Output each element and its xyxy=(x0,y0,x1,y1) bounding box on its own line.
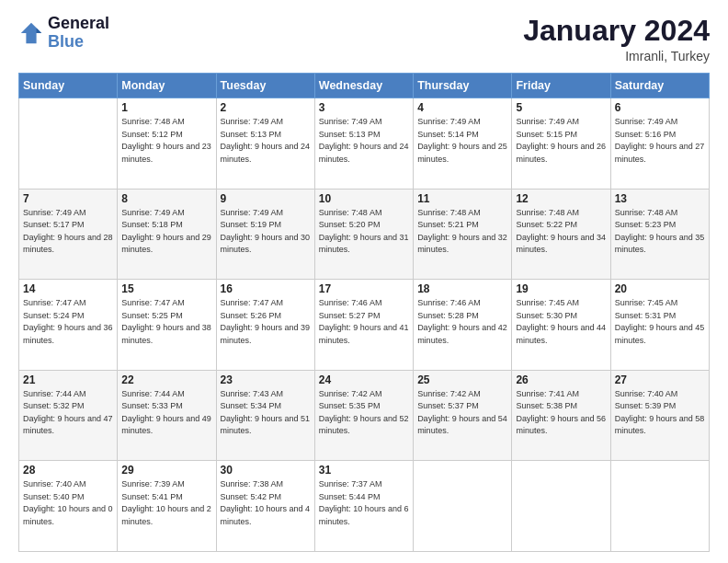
calendar-cell-w1d6: 13 Sunrise: 7:48 AMSunset: 5:23 PMDaylig… xyxy=(610,189,709,280)
header-wednesday: Wednesday xyxy=(314,74,413,98)
day-info: Sunrise: 7:47 AMSunset: 5:24 PMDaylight:… xyxy=(23,297,113,347)
calendar-cell-w1d5: 12 Sunrise: 7:48 AMSunset: 5:22 PMDaylig… xyxy=(512,189,610,280)
day-info: Sunrise: 7:46 AMSunset: 5:28 PMDaylight:… xyxy=(417,297,507,347)
day-info: Sunrise: 7:43 AMSunset: 5:34 PMDaylight:… xyxy=(221,388,311,438)
calendar-cell-w4d6 xyxy=(610,461,709,552)
day-number: 5 xyxy=(516,101,606,114)
calendar-cell-w2d1: 15 Sunrise: 7:47 AMSunset: 5:25 PMDaylig… xyxy=(118,280,216,371)
calendar-cell-w0d6: 6 Sunrise: 7:49 AMSunset: 5:16 PMDayligh… xyxy=(610,98,709,190)
day-info: Sunrise: 7:37 AMSunset: 5:44 PMDaylight:… xyxy=(319,478,409,528)
day-number: 10 xyxy=(319,192,409,205)
calendar-cell-w3d4: 25 Sunrise: 7:42 AMSunset: 5:37 PMDaylig… xyxy=(414,370,512,461)
calendar-cell-w3d6: 27 Sunrise: 7:40 AMSunset: 5:39 PMDaylig… xyxy=(610,370,709,461)
calendar-cell-w4d5 xyxy=(512,461,610,552)
calendar-cell-w3d2: 23 Sunrise: 7:43 AMSunset: 5:34 PMDaylig… xyxy=(216,370,314,461)
calendar-table: Sunday Monday Tuesday Wednesday Thursday… xyxy=(18,73,710,552)
day-number: 25 xyxy=(417,373,507,386)
week-row-3: 21 Sunrise: 7:44 AMSunset: 5:32 PMDaylig… xyxy=(19,370,710,461)
day-number: 13 xyxy=(615,192,705,205)
calendar-cell-w1d4: 11 Sunrise: 7:48 AMSunset: 5:21 PMDaylig… xyxy=(414,189,512,280)
day-info: Sunrise: 7:44 AMSunset: 5:33 PMDaylight:… xyxy=(121,388,211,438)
header-tuesday: Tuesday xyxy=(216,74,314,98)
week-row-2: 14 Sunrise: 7:47 AMSunset: 5:24 PMDaylig… xyxy=(19,280,710,371)
logo-line1: General xyxy=(48,15,109,33)
week-row-4: 28 Sunrise: 7:40 AMSunset: 5:40 PMDaylig… xyxy=(19,461,710,552)
calendar-cell-w0d1: 1 Sunrise: 7:48 AMSunset: 5:12 PMDayligh… xyxy=(118,98,216,190)
day-number: 31 xyxy=(319,464,409,477)
day-number: 26 xyxy=(516,373,606,386)
day-number: 3 xyxy=(319,101,409,114)
day-info: Sunrise: 7:49 AMSunset: 5:13 PMDaylight:… xyxy=(221,116,311,166)
day-info: Sunrise: 7:48 AMSunset: 5:20 PMDaylight:… xyxy=(319,207,409,257)
day-info: Sunrise: 7:42 AMSunset: 5:37 PMDaylight:… xyxy=(417,388,507,438)
header-friday: Friday xyxy=(512,74,610,98)
day-info: Sunrise: 7:48 AMSunset: 5:12 PMDaylight:… xyxy=(121,116,211,166)
day-info: Sunrise: 7:47 AMSunset: 5:26 PMDaylight:… xyxy=(221,297,311,347)
calendar-cell-w3d0: 21 Sunrise: 7:44 AMSunset: 5:32 PMDaylig… xyxy=(19,370,118,461)
day-number: 14 xyxy=(23,282,113,295)
day-info: Sunrise: 7:40 AMSunset: 5:40 PMDaylight:… xyxy=(23,478,113,528)
day-info: Sunrise: 7:49 AMSunset: 5:13 PMDaylight:… xyxy=(319,116,409,166)
header-saturday: Saturday xyxy=(610,74,709,98)
day-info: Sunrise: 7:41 AMSunset: 5:38 PMDaylight:… xyxy=(516,388,606,438)
day-number: 11 xyxy=(417,192,507,205)
calendar-cell-w4d3: 31 Sunrise: 7:37 AMSunset: 5:44 PMDaylig… xyxy=(314,461,413,552)
subtitle: Imranli, Turkey xyxy=(523,49,710,63)
day-number: 30 xyxy=(221,464,311,477)
calendar-cell-w0d0 xyxy=(19,98,118,190)
day-number: 7 xyxy=(23,192,113,205)
month-title: January 2024 xyxy=(523,15,710,47)
header: General Blue January 2024 Imranli, Turke… xyxy=(18,15,710,63)
day-number: 4 xyxy=(417,101,507,114)
day-number: 20 xyxy=(615,282,705,295)
calendar-cell-w1d3: 10 Sunrise: 7:48 AMSunset: 5:20 PMDaylig… xyxy=(314,189,413,280)
calendar-cell-w3d1: 22 Sunrise: 7:44 AMSunset: 5:33 PMDaylig… xyxy=(118,370,216,461)
logo-icon xyxy=(18,20,44,46)
calendar-cell-w2d5: 19 Sunrise: 7:45 AMSunset: 5:30 PMDaylig… xyxy=(512,280,610,371)
day-number: 6 xyxy=(615,101,705,114)
day-number: 19 xyxy=(516,282,606,295)
day-number: 21 xyxy=(23,373,113,386)
day-info: Sunrise: 7:46 AMSunset: 5:27 PMDaylight:… xyxy=(319,297,409,347)
calendar-cell-w3d3: 24 Sunrise: 7:42 AMSunset: 5:35 PMDaylig… xyxy=(314,370,413,461)
calendar-cell-w4d4 xyxy=(414,461,512,552)
calendar-cell-w0d5: 5 Sunrise: 7:49 AMSunset: 5:15 PMDayligh… xyxy=(512,98,610,190)
day-info: Sunrise: 7:49 AMSunset: 5:18 PMDaylight:… xyxy=(121,207,211,257)
title-block: January 2024 Imranli, Turkey xyxy=(523,15,710,63)
calendar-cell-w2d6: 20 Sunrise: 7:45 AMSunset: 5:31 PMDaylig… xyxy=(610,280,709,371)
day-number: 9 xyxy=(221,192,311,205)
day-info: Sunrise: 7:39 AMSunset: 5:41 PMDaylight:… xyxy=(121,478,211,528)
day-number: 8 xyxy=(121,192,211,205)
day-number: 16 xyxy=(221,282,311,295)
logo-text: General Blue xyxy=(48,15,109,52)
calendar-cell-w0d2: 2 Sunrise: 7:49 AMSunset: 5:13 PMDayligh… xyxy=(216,98,314,190)
header-thursday: Thursday xyxy=(414,74,512,98)
calendar-cell-w0d4: 4 Sunrise: 7:49 AMSunset: 5:14 PMDayligh… xyxy=(414,98,512,190)
day-info: Sunrise: 7:42 AMSunset: 5:35 PMDaylight:… xyxy=(319,388,409,438)
weekday-header-row: Sunday Monday Tuesday Wednesday Thursday… xyxy=(19,74,710,98)
day-info: Sunrise: 7:49 AMSunset: 5:15 PMDaylight:… xyxy=(516,116,606,166)
header-monday: Monday xyxy=(118,74,216,98)
day-number: 29 xyxy=(121,464,211,477)
header-sunday: Sunday xyxy=(19,74,118,98)
day-info: Sunrise: 7:38 AMSunset: 5:42 PMDaylight:… xyxy=(221,478,311,528)
day-info: Sunrise: 7:40 AMSunset: 5:39 PMDaylight:… xyxy=(615,388,705,438)
logo: General Blue xyxy=(18,15,109,52)
week-row-1: 7 Sunrise: 7:49 AMSunset: 5:17 PMDayligh… xyxy=(19,189,710,280)
calendar-cell-w2d4: 18 Sunrise: 7:46 AMSunset: 5:28 PMDaylig… xyxy=(414,280,512,371)
day-info: Sunrise: 7:45 AMSunset: 5:30 PMDaylight:… xyxy=(516,297,606,347)
calendar-cell-w4d2: 30 Sunrise: 7:38 AMSunset: 5:42 PMDaylig… xyxy=(216,461,314,552)
calendar-cell-w4d1: 29 Sunrise: 7:39 AMSunset: 5:41 PMDaylig… xyxy=(118,461,216,552)
day-info: Sunrise: 7:49 AMSunset: 5:14 PMDaylight:… xyxy=(417,116,507,166)
day-info: Sunrise: 7:47 AMSunset: 5:25 PMDaylight:… xyxy=(121,297,211,347)
calendar-cell-w1d1: 8 Sunrise: 7:49 AMSunset: 5:18 PMDayligh… xyxy=(118,189,216,280)
day-number: 27 xyxy=(615,373,705,386)
calendar-cell-w3d5: 26 Sunrise: 7:41 AMSunset: 5:38 PMDaylig… xyxy=(512,370,610,461)
calendar-cell-w1d0: 7 Sunrise: 7:49 AMSunset: 5:17 PMDayligh… xyxy=(19,189,118,280)
day-info: Sunrise: 7:44 AMSunset: 5:32 PMDaylight:… xyxy=(23,388,113,438)
day-info: Sunrise: 7:48 AMSunset: 5:21 PMDaylight:… xyxy=(417,207,507,257)
day-number: 17 xyxy=(319,282,409,295)
day-info: Sunrise: 7:48 AMSunset: 5:22 PMDaylight:… xyxy=(516,207,606,257)
day-number: 12 xyxy=(516,192,606,205)
day-number: 22 xyxy=(121,373,211,386)
